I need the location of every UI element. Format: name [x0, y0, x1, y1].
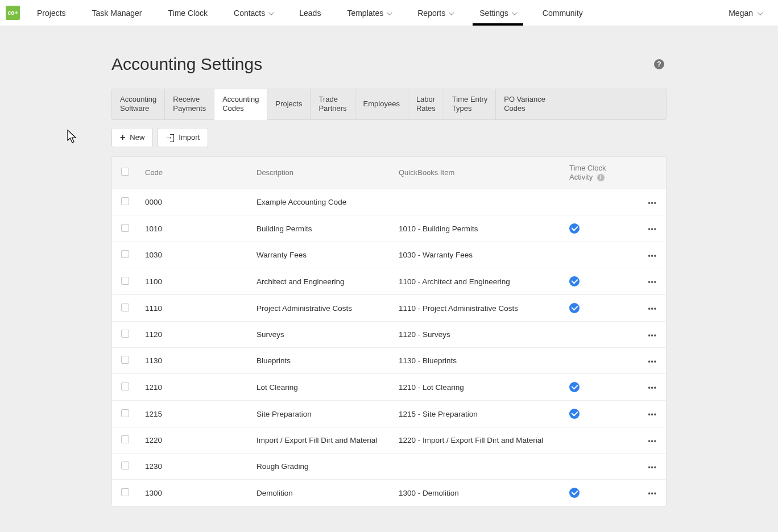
tab-labor-rates[interactable]: Labor Rates	[408, 89, 444, 119]
actions-bar: + New Import	[111, 128, 667, 147]
tab-po-variance-codes[interactable]: PO Variance Codes	[496, 89, 553, 119]
tab-time-entry-types[interactable]: Time Entry Types	[444, 89, 496, 119]
cell-code: 1215	[145, 410, 256, 418]
row-menu-button[interactable]: •••	[648, 305, 657, 313]
check-badge-icon	[569, 303, 580, 313]
row-menu-button[interactable]: •••	[648, 331, 657, 339]
cell-time-clock	[569, 303, 632, 313]
help-icon[interactable]: ?	[654, 59, 664, 69]
nav-item-reports[interactable]: Reports	[417, 0, 453, 26]
chevron-down-icon	[448, 11, 453, 15]
check-badge-icon	[569, 382, 580, 392]
tab-employees[interactable]: Employees	[355, 89, 408, 119]
nav-item-settings[interactable]: Settings	[479, 0, 516, 26]
row-checkbox[interactable]	[121, 197, 129, 205]
chevron-down-icon	[511, 11, 516, 15]
table-row[interactable]: 1230Rough Grading•••	[112, 454, 666, 480]
cell-code: 1210	[145, 383, 256, 392]
cell-quickbooks: 1300 - Demolition	[399, 489, 569, 497]
cell-code: 0000	[145, 198, 256, 206]
nav-items: ProjectsTask ManagerTime ClockContactsLe…	[37, 0, 583, 26]
import-button[interactable]: Import	[158, 128, 208, 147]
select-all-checkbox[interactable]	[121, 168, 129, 176]
nav-item-community[interactable]: Community	[543, 0, 583, 26]
tab-projects[interactable]: Projects	[267, 89, 311, 119]
user-menu[interactable]: Megan	[729, 9, 762, 18]
table-row[interactable]: 1300Demolition1300 - Demolition•••	[112, 480, 666, 506]
table-row[interactable]: 1120Surveys1120 - Surveys•••	[112, 322, 666, 348]
nav-item-templates[interactable]: Templates	[347, 0, 391, 26]
cell-quickbooks: 1220 - Import / Export Fill Dirt and Mat…	[399, 436, 569, 444]
check-badge-icon	[569, 409, 580, 419]
row-menu-button[interactable]: •••	[648, 410, 657, 418]
cell-description: Site Preparation	[256, 410, 399, 418]
nav-label: Projects	[37, 9, 66, 18]
header-time-clock[interactable]: Time Clock Activity i	[569, 164, 632, 182]
nav-item-task-manager[interactable]: Task Manager	[92, 0, 142, 26]
row-menu-button[interactable]: •••	[648, 463, 657, 471]
table-row[interactable]: 1110Project Administrative Costs1110 - P…	[112, 295, 666, 322]
row-menu-button[interactable]: •••	[648, 437, 657, 445]
row-checkbox[interactable]	[121, 330, 129, 338]
row-menu-button[interactable]: •••	[648, 252, 657, 260]
logo[interactable]: co+	[6, 6, 20, 20]
cell-quickbooks: 1100 - Architect and Engineering	[399, 277, 569, 286]
nav-item-time-clock[interactable]: Time Clock	[168, 0, 208, 26]
header-description[interactable]: Description	[256, 168, 399, 177]
page-title: Accounting Settings	[111, 55, 262, 74]
cell-time-clock	[569, 382, 632, 392]
header-quickbooks[interactable]: QuickBooks Item	[399, 168, 569, 177]
tab-receive-payments[interactable]: Receive Payments	[165, 89, 214, 119]
cell-description: Building Permits	[256, 225, 399, 233]
cell-time-clock	[569, 223, 632, 234]
row-checkbox[interactable]	[121, 383, 129, 390]
table-row[interactable]: 0000Example Accounting Code•••	[112, 189, 666, 215]
table-row[interactable]: 1215Site Preparation1215 - Site Preparat…	[112, 401, 666, 427]
table-row[interactable]: 1130Blueprints1130 - Blueprints•••	[112, 348, 666, 374]
row-checkbox[interactable]	[121, 409, 129, 417]
nav-item-contacts[interactable]: Contacts	[234, 0, 273, 26]
table-row[interactable]: 1030Warranty Fees1030 - Warranty Fees•••	[112, 242, 666, 268]
row-checkbox[interactable]	[121, 435, 129, 443]
cell-quickbooks: 1120 - Surveys	[399, 330, 569, 339]
tab-trade-partners[interactable]: Trade Partners	[311, 89, 355, 119]
row-menu-button[interactable]: •••	[648, 489, 657, 497]
new-button-label: New	[130, 133, 144, 142]
row-menu-button[interactable]: •••	[648, 225, 657, 233]
header-code[interactable]: Code	[145, 168, 256, 177]
row-checkbox[interactable]	[121, 304, 129, 311]
row-checkbox[interactable]	[121, 356, 129, 364]
row-checkbox[interactable]	[121, 250, 129, 258]
nav-label: Time Clock	[168, 9, 208, 18]
row-menu-button[interactable]: •••	[648, 199, 657, 207]
row-menu-button[interactable]: •••	[648, 358, 657, 365]
top-nav: co+ ProjectsTask ManagerTime ClockContac…	[0, 0, 778, 26]
row-checkbox[interactable]	[121, 224, 129, 232]
page-content: Accounting Settings ? Accounting Softwar…	[111, 26, 667, 532]
table-row[interactable]: 1220Import / Export Fill Dirt and Materi…	[112, 427, 666, 454]
new-button[interactable]: + New	[111, 128, 153, 147]
cell-time-clock	[569, 488, 632, 498]
table-row[interactable]: 1100Architect and Engineering1100 - Arch…	[112, 268, 666, 295]
tab-accounting-software[interactable]: Accounting Software	[112, 89, 165, 119]
table-row[interactable]: 1010Building Permits1010 - Building Perm…	[112, 215, 666, 242]
info-icon[interactable]: i	[597, 174, 605, 181]
row-checkbox[interactable]	[121, 277, 129, 285]
accounting-codes-table: Code Description QuickBooks Item Time Cl…	[111, 156, 667, 507]
nav-label: Reports	[417, 9, 445, 18]
cell-code: 1010	[145, 225, 256, 233]
chevron-down-icon	[756, 11, 762, 15]
row-checkbox[interactable]	[121, 462, 129, 469]
cell-code: 1300	[145, 489, 256, 497]
row-checkbox[interactable]	[121, 488, 129, 496]
cell-time-clock	[569, 276, 632, 286]
nav-item-leads[interactable]: Leads	[299, 0, 321, 26]
nav-item-projects[interactable]: Projects	[37, 0, 66, 26]
tabs: Accounting SoftwareReceive PaymentsAccou…	[111, 89, 667, 120]
table-header: Code Description QuickBooks Item Time Cl…	[112, 157, 666, 190]
tab-accounting-codes[interactable]: Accounting Codes	[214, 89, 267, 120]
scroll-area[interactable]: Accounting Settings ? Accounting Softwar…	[0, 26, 778, 532]
row-menu-button[interactable]: •••	[648, 278, 657, 286]
table-row[interactable]: 1210Lot Clearing1210 - Lot Clearing•••	[112, 374, 666, 401]
row-menu-button[interactable]: •••	[648, 384, 657, 392]
